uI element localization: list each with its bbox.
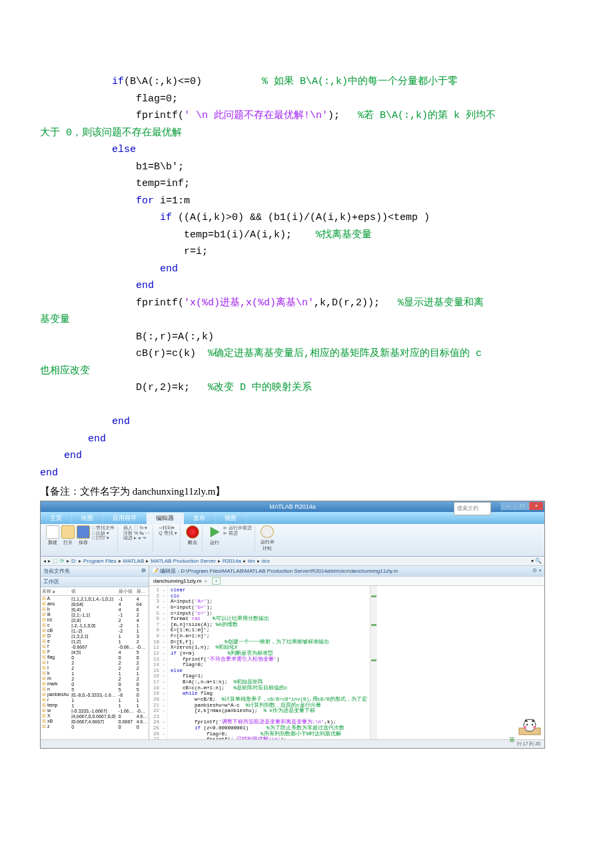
- open-icon[interactable]: [61, 525, 75, 539]
- cat-decoration: [518, 717, 542, 736]
- table-row[interactable]: m222: [41, 676, 149, 681]
- editor-panel: 📝 编辑器 - D:\Program Files\MATLAB\MATLAB P…: [149, 566, 544, 739]
- workspace-header[interactable]: 工作区: [41, 577, 149, 587]
- table-row[interactable]: temp111: [41, 703, 149, 708]
- nav-refresh-icon[interactable]: ⟳: [60, 558, 65, 564]
- toolgroup-run: 运行 ⊳ 运行并前进 ⊳ 前进: [205, 525, 255, 552]
- tab-plots[interactable]: 绘图: [72, 513, 103, 524]
- add-tab-icon[interactable]: +: [212, 577, 221, 585]
- address-bar[interactable]: ◂ ▸ ⬚ ⟳ ▸ D:▸ Program Files▸ MATLAB▸ MAT…: [41, 557, 544, 566]
- table-row[interactable]: flag000: [41, 655, 149, 660]
- nav-back-icon[interactable]: ◂: [43, 558, 46, 564]
- workspace-table[interactable]: 名称 ▴ 值 最小值 最… A[1,1,2,1,0;1,4,-1,0,1]-14…: [41, 587, 149, 739]
- status-bar: 行 17 列 20: [41, 739, 544, 748]
- table-row[interactable]: panbieshu[0,-8,0,-0.3333,-1.6…-80: [41, 692, 149, 697]
- editor-scrollbar[interactable]: [370, 586, 377, 739]
- toolgroup-edit: 插入 ⬚ fx ▾ 注释 % ‰ ⋯ 缩进 ▸ ◂ ⇥: [121, 525, 153, 552]
- cursor-position: 行 17 列 20: [517, 741, 540, 747]
- table-row[interactable]: I222: [41, 665, 149, 671]
- file-sublabels[interactable]: □ 查找文件 □ 比较 ▾ □ 打印 ▾: [92, 525, 115, 546]
- table-row[interactable]: n555: [41, 687, 149, 692]
- table-row[interactable]: i222: [41, 660, 149, 665]
- svg-point-4: [533, 726, 536, 729]
- close-button[interactable]: ×: [529, 502, 543, 510]
- save-icon[interactable]: [77, 525, 90, 539]
- run-sublabels[interactable]: ⊳ 运行并前进 ⊳ 前进: [223, 525, 252, 546]
- breakpoints-icon[interactable]: [186, 525, 199, 539]
- code-editor[interactable]: 1 - 2 - 3 - 4 - 5 - 6 - 7 - 8 - 9 - 10 -…: [149, 586, 544, 739]
- table-row[interactable]: b1[2;4]24: [41, 617, 149, 623]
- window-title: MATLAB R2014a: [269, 503, 315, 510]
- table-row[interactable]: F[4;5]45: [41, 649, 149, 655]
- toolstrip: 新建 打开 保存 □ 查找文件 □ 比较 ▾ □ 打印 ▾ 插入 ⬚ fx ▾ …: [41, 524, 544, 557]
- table-row[interactable]: A[1,1,2,1,0;1,4,-1,0,1]-14: [41, 596, 149, 602]
- matlab-window: MATLAB R2014a 搜索文档 – □ × 主页 绘图 应用程序 编辑器 …: [40, 501, 545, 749]
- table-row[interactable]: X[4,6667,0,0.6667,0,0]04.6…: [41, 713, 149, 719]
- runtime-icon[interactable]: [261, 525, 274, 538]
- titlebar: MATLAB R2014a 搜索文档 – □ ×: [41, 501, 544, 512]
- maximize-button[interactable]: □: [515, 502, 529, 510]
- svg-point-3: [532, 724, 533, 725]
- left-panel: 当前文件夹 ⊙ 工作区 名称 ▴ 值 最小值 最… A[1,1,2,1,0;1,…: [41, 566, 149, 739]
- table-row[interactable]: b[6,4]46: [41, 607, 149, 612]
- toolgroup-runtime: 运行并 计时: [258, 525, 277, 552]
- table-row[interactable]: e[1;2]12: [41, 639, 149, 644]
- table-row[interactable]: f-0.6667-0.66…-0…: [41, 644, 149, 649]
- tab-publish[interactable]: 发布: [184, 513, 215, 524]
- table-row[interactable]: w[-0.3333,-1.6667]-1.66…-0…: [41, 708, 149, 713]
- tab-apps[interactable]: 应用程序: [103, 513, 147, 524]
- tab-view[interactable]: 视图: [215, 513, 247, 524]
- toolgroup-nav: ⇨转到▾ Q 查找 ▾: [156, 525, 180, 552]
- table-row[interactable]: r111: [41, 697, 149, 703]
- table-row[interactable]: z000: [41, 724, 149, 729]
- doc-search-input[interactable]: 搜索文档: [454, 502, 491, 515]
- table-row[interactable]: xB[0.6667;4.6667]0.66674.6…: [41, 719, 149, 724]
- table-row[interactable]: D[1,3;2,1]13: [41, 633, 149, 639]
- close-tab-icon[interactable]: ×: [204, 578, 207, 584]
- tab-home[interactable]: 主页: [41, 513, 72, 524]
- code-snippet: if if(B\A(:,k)<=0) (B\A(:,k)<=0) % 如果 B\…: [40, 73, 573, 481]
- toolgroup-file: 新建 打开 保存 □ 查找文件 □ 比较 ▾ □ 打印 ▾: [43, 525, 118, 552]
- filename-note: 【备注：文件名字为 danchunxing11zly.m】: [40, 485, 573, 498]
- current-folder-header[interactable]: 当前文件夹 ⊙: [41, 566, 149, 577]
- run-icon[interactable]: [208, 525, 221, 539]
- nav-fwd-icon[interactable]: ▸: [48, 558, 51, 564]
- table-row[interactable]: cB[1,-2]-21: [41, 628, 149, 633]
- tab-editor[interactable]: 编辑器: [147, 513, 184, 524]
- table-row[interactable]: k111: [41, 671, 149, 676]
- editor-file-tab[interactable]: danchunxing11zly.m× +: [149, 577, 544, 586]
- minimize-button[interactable]: –: [501, 502, 515, 510]
- nav-up-icon[interactable]: ⬚: [53, 558, 58, 564]
- toolgroup-breakpoints: 断点: [183, 525, 203, 552]
- svg-point-5: [524, 726, 526, 729]
- table-row[interactable]: mark000: [41, 681, 149, 687]
- new-icon[interactable]: [46, 525, 59, 539]
- table-row[interactable]: B[2,1;-1,1]-12: [41, 612, 149, 617]
- kw-if: if: [40, 76, 124, 87]
- table-row[interactable]: ans[8;64]464: [41, 601, 149, 607]
- table-row[interactable]: c[-2,-1,1,0,0]-21: [41, 623, 149, 628]
- svg-point-2: [526, 724, 528, 725]
- editor-title: 📝 编辑器 - D:\Program Files\MATLAB\MATLAB P…: [149, 566, 544, 577]
